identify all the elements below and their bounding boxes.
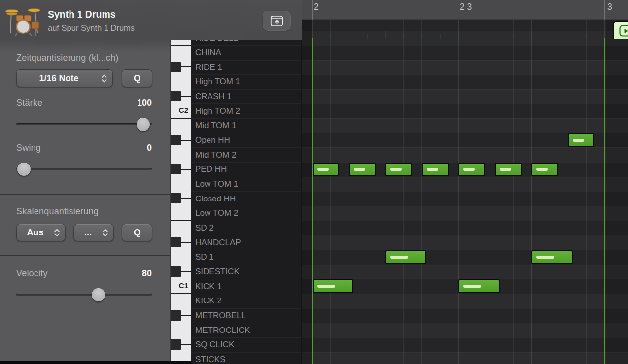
midi-note-ped-hh[interactable] xyxy=(385,163,412,176)
row-label-kick-2[interactable]: KICK 2 xyxy=(191,294,301,308)
midi-note-kick-1[interactable] xyxy=(313,279,354,293)
piano-key-ped-hh[interactable] xyxy=(171,164,181,174)
row-label-ped-hh[interactable]: PED HH xyxy=(191,162,301,177)
velocity-slider-track[interactable] xyxy=(16,294,152,296)
piano-key-sq-click[interactable] xyxy=(171,339,181,350)
midi-note-sd-1[interactable] xyxy=(531,250,573,264)
swing-slider-knob[interactable] xyxy=(17,163,31,176)
row-label-open-hh[interactable]: Open HH xyxy=(191,133,301,148)
row-label-kick-1[interactable]: KICK 1 xyxy=(191,279,301,294)
bottom-edge xyxy=(0,361,192,364)
scale-mode-value: ... xyxy=(74,228,102,238)
note-velocity-dash xyxy=(390,256,408,259)
piano-key-open-hh[interactable] xyxy=(171,135,181,145)
black-key-stub xyxy=(181,198,191,199)
note-velocity-dash xyxy=(500,168,511,171)
region-header-tick xyxy=(440,34,441,39)
region-header-tick xyxy=(421,34,422,39)
piano-key-ride-1[interactable] xyxy=(171,62,181,72)
chevron-up-down-icon xyxy=(102,228,108,237)
piano-key-handclap[interactable] xyxy=(171,237,181,247)
midi-note-ped-hh[interactable] xyxy=(495,163,522,176)
midi-note-sd-1[interactable] xyxy=(385,250,427,264)
velocity-slider-knob[interactable] xyxy=(92,288,105,301)
row-label-sq-click[interactable]: SQ CLICK xyxy=(191,337,301,352)
grid-row-band xyxy=(302,337,628,352)
note-velocity-dash xyxy=(536,168,548,171)
region-header-tick xyxy=(495,34,496,39)
note-grid[interactable]: 22 33 Synth 1 Drums xyxy=(302,0,628,364)
row-label-crash-1[interactable]: CRASH 1 xyxy=(191,89,301,104)
row-label-low-tom-1[interactable]: Low TOM 1 xyxy=(191,177,301,192)
gridline-16th xyxy=(513,20,514,364)
midi-note-ped-hh[interactable] xyxy=(349,163,376,176)
time-quantize-popup[interactable]: 1/16 Note xyxy=(16,69,113,87)
midi-note-kick-1[interactable] xyxy=(458,279,500,293)
midi-note-ped-hh[interactable] xyxy=(313,163,339,176)
grid-row-band xyxy=(302,118,628,133)
row-label-handclap[interactable]: HANDCLAP xyxy=(191,235,301,250)
grid-row-band xyxy=(302,45,628,60)
grid-row-band xyxy=(302,147,628,162)
row-label-metroclick[interactable]: METROCLICK xyxy=(191,323,301,337)
midi-note-ped-hh[interactable] xyxy=(531,163,558,176)
white-key-divider xyxy=(171,293,191,294)
region-border-line xyxy=(604,38,605,364)
open-in-window-button[interactable] xyxy=(263,11,291,31)
midi-note-ped-hh[interactable] xyxy=(458,163,485,176)
region-header-tick xyxy=(477,34,478,39)
row-label-mid-tom-1[interactable]: Mid TOM 1 xyxy=(191,118,301,133)
row-label-metrobell[interactable]: METROBELL xyxy=(191,308,301,323)
piano-key-closed-hh[interactable] xyxy=(171,193,181,203)
row-label-sd-1[interactable]: SD 1 xyxy=(191,250,301,265)
row-label-sidestick[interactable]: SIDESTICK xyxy=(191,265,301,279)
scale-quantize-popup[interactable]: Aus xyxy=(16,224,66,241)
strength-slider-track[interactable] xyxy=(16,123,152,125)
chevron-up-down-icon xyxy=(54,228,60,237)
gridline-16th xyxy=(495,20,495,364)
note-velocity-dash xyxy=(536,256,554,259)
ruler[interactable]: 22 33 xyxy=(302,0,628,20)
grid-row-band xyxy=(302,89,628,104)
region-header[interactable]: Synth 1 Drums xyxy=(613,21,628,39)
octave-label-c2: C2 xyxy=(174,106,188,114)
row-label-high-tom-2[interactable]: High TOM 2 xyxy=(191,103,301,118)
row-label-sd-2[interactable]: SD 2 xyxy=(191,221,301,235)
row-label-sticks[interactable]: STICKS xyxy=(191,352,301,364)
gridline-16th xyxy=(586,20,587,364)
ruler-bar-label: 2 xyxy=(314,2,319,12)
region-play-button[interactable] xyxy=(619,25,628,37)
time-quantize-apply-button[interactable]: Q xyxy=(122,69,152,87)
black-key-stub xyxy=(181,344,191,345)
gridline-16th xyxy=(550,20,550,364)
row-label-high-tom-1[interactable]: High TOM 1 xyxy=(191,74,301,89)
editor-header: Synth 1 Drums auf Spur Synth 1 Drums xyxy=(0,0,302,40)
swing-slider-track[interactable] xyxy=(16,168,152,170)
row-label-low-tom-2[interactable]: Low TOM 2 xyxy=(191,206,301,221)
row-label-ride-1[interactable]: RIDE 1 xyxy=(191,60,301,75)
scale-quantize-apply-button[interactable]: Q xyxy=(122,224,152,241)
midi-note-open-hh[interactable] xyxy=(568,133,594,147)
grid-row-band xyxy=(302,103,628,118)
region-header-tick xyxy=(330,34,331,39)
note-velocity-dash xyxy=(463,285,481,288)
swing-label: Swing xyxy=(16,143,41,153)
row-label-mid-tom-2[interactable]: Mid TOM 2 xyxy=(191,147,301,162)
row-label-closed-hh[interactable]: Closed HH xyxy=(191,191,301,206)
grid-row-band xyxy=(302,191,628,206)
row-label-china[interactable]: CHINA xyxy=(191,45,301,60)
scale-quantize-value: Aus xyxy=(17,228,54,238)
region-header-tick xyxy=(349,34,349,39)
grid-row-band xyxy=(302,352,628,364)
grid-row-band xyxy=(302,74,628,89)
piano-key-sidestick[interactable] xyxy=(171,266,181,277)
piano-key-crash-1[interactable] xyxy=(171,91,181,101)
piano-key-metrobell[interactable] xyxy=(171,310,181,321)
strength-slider-knob[interactable] xyxy=(137,118,150,131)
grid-row-band xyxy=(302,206,628,221)
region-header-tick xyxy=(550,34,551,39)
note-velocity-dash xyxy=(317,168,329,171)
scale-mode-popup[interactable]: ... xyxy=(73,224,114,241)
midi-note-ped-hh[interactable] xyxy=(422,163,449,176)
black-key-stub xyxy=(181,66,191,67)
